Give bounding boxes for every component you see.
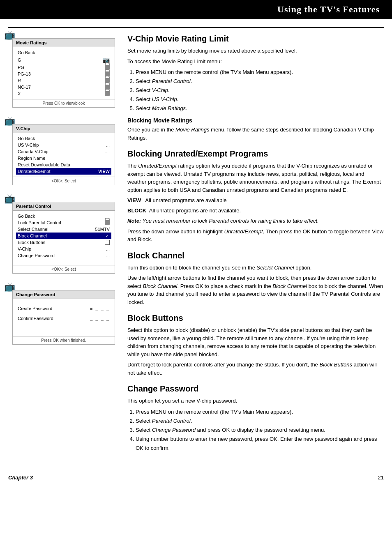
change-password-footer: Press OK when finished. [13, 336, 115, 344]
vchip-region: Region Name [16, 155, 111, 161]
change-password-steps: Press MENU on the remote control (the TV… [136, 408, 384, 453]
block-buttons-text2: Don't forget to lock parental controls a… [127, 361, 384, 377]
menu-item-x: X [16, 90, 111, 97]
cp-step-3: Select Change Password and press OK to d… [136, 426, 384, 435]
vchip-title: V-Chip [13, 124, 115, 133]
menu-item-go-back: Go Back [16, 49, 111, 56]
vchip-step-2: Select Parental Control. [136, 77, 384, 86]
parental-control-title: Parental Control [13, 202, 115, 211]
change-password-intro: This option let you set a new V-chip pas… [127, 397, 384, 405]
heading-block-channel: Block Channel [127, 251, 384, 260]
block-buttons-text1: Select this option to block (disable) or… [127, 326, 384, 358]
header-title: Using the TV's Features [277, 4, 380, 14]
vchip-us: US V-Chip ... [16, 142, 111, 148]
right-column: V-Chip Movie Rating Limit Set movie rati… [123, 34, 384, 460]
lock-icon-parental [105, 220, 110, 225]
section-blocking-unrated: Blocking Unrated/Exempt Programs The Unr… [127, 149, 384, 243]
movie-ratings-mockup: 📺 Movie Ratings Go Back G 📷 PG [8, 34, 115, 108]
left-column: 📺 Movie Ratings Go Back G 📷 PG [8, 34, 115, 460]
movie-ratings-footer: Press OK to view/blcok [13, 99, 115, 107]
parental-control-mockup: 📺 Parental Control Go Back Lock Parental… [8, 198, 115, 274]
pc-select-channel: Select Channel 51MTV [16, 226, 111, 233]
section-block-buttons: Block Buttons Select this option to bloc… [127, 313, 384, 377]
vchip-footer: <OK>: Select [13, 177, 115, 185]
parental-control-footer: <OK>: Select [13, 265, 115, 273]
change-password-body: Create Password ■ _ _ _ ConfirmPassword … [13, 299, 115, 328]
menu-item-r: R [16, 77, 111, 84]
vchip-unrated: Unrated/Exempt VIEW [16, 168, 111, 175]
pc-block-buttons: Block Buttons [16, 239, 111, 246]
view-text: VIEW All unrated programs are available [127, 196, 384, 205]
vchip-go-back: Go Back [16, 135, 111, 142]
menu-item-g: G 📷 [16, 56, 111, 64]
section-block-channel: Block Channel Turn this option on to blo… [127, 251, 384, 306]
vchip-steps: Press MENU on the remote control (the TV… [136, 68, 384, 113]
vchip-canada: Canada V-Chip .... [16, 148, 111, 155]
press-text: Press the down arrow button to highlight… [127, 228, 384, 244]
pc-change-password: Change Password ... [16, 252, 111, 259]
change-password-mockup: 📺 Change Password Create Password ■ _ _ … [8, 286, 115, 345]
vchip-step-4: Select US V-Chip. [136, 95, 384, 104]
block-channel-text1: Turn this option on to block the channel… [127, 264, 384, 272]
vchip-step-3: Select V-Chip. [136, 86, 384, 95]
menu-item-nc17: NC-17 [16, 84, 111, 90]
change-password-menu: Change Password Create Password ■ _ _ _ … [12, 290, 115, 345]
cp-step-2: Select Parental Control. [136, 417, 384, 426]
vchip-body: Go Back US V-Chip ... Canada V-Chip ....… [13, 133, 115, 177]
menu-item-pg: PG [16, 64, 111, 71]
movie-ratings-title: Movie Ratings [13, 39, 115, 47]
cp-step-4: Using number buttons to enter the new pa… [136, 435, 384, 453]
lock-icon-x [105, 91, 110, 96]
vchip-menu: V-Chip Go Back US V-Chip ... Canada V-Ch… [12, 124, 115, 185]
note-text: Note: You must remember to lock Parental… [127, 217, 384, 225]
heading-blocking-movie-ratings: Blocking Movie Ratings [127, 117, 384, 124]
block-channel-text2: Use the left/right arrow buttons to find… [127, 274, 384, 306]
blocking-movie-ratings-text: Once you are in the Movie Ratings menu, … [127, 126, 384, 142]
cp-step-1: Press MENU on the remote control (the TV… [136, 408, 384, 417]
footer-page: 21 [378, 474, 384, 481]
pc-lock: Lock Parental Control [16, 219, 111, 226]
password-dashes-confirm: _ _ _ _ [90, 316, 110, 321]
vchip-reset: Reset Downloadable Data [16, 161, 111, 168]
vchip-access-intro: To access the Movie Rating Limit menu: [127, 58, 384, 66]
blocking-unrated-intro: The Unrated/Exempt ratings option lets y… [127, 162, 384, 194]
heading-vchip-rating-limit: V-Chip Movie Rating Limit [127, 34, 384, 44]
menu-item-pg13: PG-13 [16, 71, 111, 77]
movie-ratings-body: Go Back G 📷 PG PG-13 R [13, 47, 115, 99]
block-text: BLOCK All unrated programs are not avail… [127, 207, 384, 215]
vchip-intro: Set movie rating limits by blocking movi… [127, 47, 384, 55]
pc-block-channel: Block Channel ✓ [16, 233, 111, 239]
heading-blocking-unrated: Blocking Unrated/Exempt Programs [127, 149, 384, 159]
cp-create: Create Password ■ _ _ _ [16, 305, 111, 312]
main-content: 📺 Movie Ratings Go Back G 📷 PG [0, 34, 392, 460]
change-password-title: Change Password [13, 290, 115, 299]
checkbox-block-channel: ✓ [105, 233, 110, 238]
pc-go-back: Go Back [16, 213, 111, 219]
footer-chapter: Chapter 3 [8, 474, 33, 481]
vchip-step-1: Press MENU on the remote control (the TV… [136, 68, 384, 77]
section-vchip-rating-limit: V-Chip Movie Rating Limit Set movie rati… [127, 34, 384, 142]
heading-block-buttons: Block Buttons [127, 313, 384, 323]
vchip-mockup: 📺 V-Chip Go Back US V-Chip ... Canada V-… [8, 120, 115, 185]
header-divider [8, 27, 384, 28]
vchip-step-5: Select Movie Ratings. [136, 104, 384, 113]
checkbox-block-buttons [105, 240, 110, 245]
parental-control-menu: Parental Control Go Back Lock Parental C… [12, 202, 115, 274]
section-change-password: Change Password This option let you set … [127, 384, 384, 453]
page-footer: Chapter 3 21 [0, 468, 392, 483]
pc-vchip: V-Chip ... [16, 246, 111, 252]
page-header: Using the TV's Features [0, 0, 392, 19]
movie-ratings-menu: Movie Ratings Go Back G 📷 PG PG-13 [12, 38, 115, 108]
password-dashes-create: ■ _ _ _ [90, 306, 110, 311]
heading-change-password: Change Password [127, 384, 384, 394]
cp-confirm: ConfirmPassword _ _ _ _ [16, 315, 111, 322]
parental-control-body: Go Back Lock Parental Control Select Cha… [13, 211, 115, 261]
